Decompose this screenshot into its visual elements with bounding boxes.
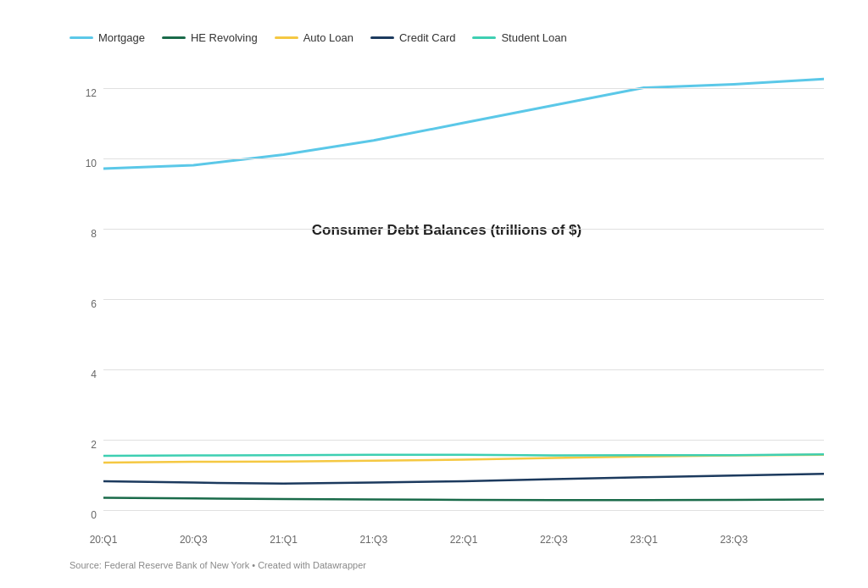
x-label-23:Q1: 23:Q1 [630, 534, 658, 546]
x-label-20:Q1: 20:Q1 [90, 534, 118, 546]
legend-item-student-loan: Student Loan [472, 31, 566, 44]
legend-color-he-revolving [162, 36, 186, 39]
legend-color-student-loan [472, 36, 496, 39]
chart-container: Mortgage HE Revolving Auto Loan Credit C… [27, 14, 841, 574]
x-label-23:Q3: 23:Q3 [720, 534, 748, 546]
chart-lines-svg [103, 53, 824, 510]
x-label-21:Q3: 21:Q3 [359, 534, 387, 546]
y-label-12: 12 [86, 87, 97, 99]
legend-color-mortgage [70, 36, 93, 39]
y-label-6: 6 [91, 298, 97, 310]
legend-label-he-revolving: HE Revolving [191, 31, 258, 44]
legend-item-credit-card: Credit Card [370, 31, 455, 44]
y-axis: 024681012 [70, 53, 103, 510]
y-label-10: 10 [86, 158, 97, 169]
chart-legend: Mortgage HE Revolving Auto Loan Credit C… [70, 31, 824, 44]
chart-title: Consumer Debt Balances (trillions of $) [70, 222, 824, 239]
legend-color-auto-loan [275, 36, 298, 39]
x-label-21:Q1: 21:Q1 [270, 534, 298, 546]
x-label-22:Q3: 22:Q3 [540, 534, 568, 546]
legend-label-student-loan: Student Loan [501, 31, 566, 44]
y-label-0: 0 [91, 509, 97, 521]
chart-area: 024681012 20:Q120:Q321:Q121:Q322:Q122:Q3… [70, 53, 824, 510]
legend-item-mortgage: Mortgage [70, 31, 145, 44]
legend-label-mortgage: Mortgage [98, 31, 145, 44]
legend-label-auto-loan: Auto Loan [303, 31, 353, 44]
legend-item-auto-loan: Auto Loan [275, 31, 353, 44]
source-citation: Source: Federal Reserve Bank of New York… [70, 560, 366, 570]
legend-color-credit-card [370, 36, 394, 39]
y-label-2: 2 [91, 439, 97, 451]
y-label-4: 4 [91, 369, 97, 380]
legend-label-credit-card: Credit Card [399, 31, 455, 44]
legend-item-he-revolving: HE Revolving [162, 31, 258, 44]
x-label-22:Q1: 22:Q1 [450, 534, 478, 546]
x-label-20:Q3: 20:Q3 [180, 534, 208, 546]
